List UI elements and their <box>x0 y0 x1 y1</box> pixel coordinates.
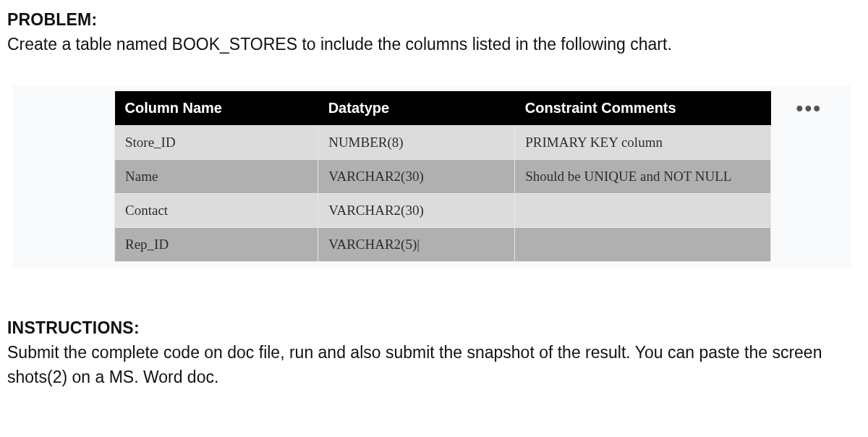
table-row: Store_ID NUMBER(8) PRIMARY KEY column <box>115 126 771 160</box>
table-row: Rep_ID VARCHAR2(5)| <box>115 228 771 262</box>
cell-constraint: Should be UNIQUE and NOT NULL <box>515 160 771 194</box>
problem-section: PROBLEM: Create a table named BOOK_STORE… <box>7 10 851 56</box>
columns-table: Column Name Datatype Constraint Comments… <box>114 91 771 262</box>
header-constraint: Constraint Comments <box>515 91 771 126</box>
table-header-row: Column Name Datatype Constraint Comments <box>115 91 771 126</box>
cell-column-name: Name <box>115 160 318 194</box>
cell-constraint <box>515 228 771 262</box>
cell-datatype: VARCHAR2(30) <box>318 160 515 194</box>
header-column-name: Column Name <box>115 91 318 126</box>
cell-column-name: Contact <box>115 194 318 228</box>
cell-datatype: VARCHAR2(30) <box>318 194 515 228</box>
instructions-text: Submit the complete code on doc file, ru… <box>7 341 851 389</box>
cell-column-name: Rep_ID <box>115 228 318 262</box>
cell-constraint <box>515 194 771 228</box>
table-chart-block: ••• Column Name Datatype Constraint Comm… <box>13 85 851 268</box>
problem-text: Create a table named BOOK_STORES to incl… <box>7 33 851 56</box>
cell-column-name: Store_ID <box>115 126 318 160</box>
table-row: Contact VARCHAR2(30) <box>115 194 771 228</box>
table-row: Name VARCHAR2(30) Should be UNIQUE and N… <box>115 160 771 194</box>
cell-datatype: NUMBER(8) <box>318 126 515 160</box>
header-datatype: Datatype <box>318 91 515 126</box>
cell-constraint: PRIMARY KEY column <box>515 126 771 160</box>
cell-datatype: VARCHAR2(5)| <box>318 228 515 262</box>
instructions-section: INSTRUCTIONS: Submit the complete code o… <box>7 318 851 389</box>
instructions-heading: INSTRUCTIONS: <box>7 318 851 338</box>
document-page: PROBLEM: Create a table named BOOK_STORE… <box>0 0 868 407</box>
problem-heading: PROBLEM: <box>7 10 851 30</box>
